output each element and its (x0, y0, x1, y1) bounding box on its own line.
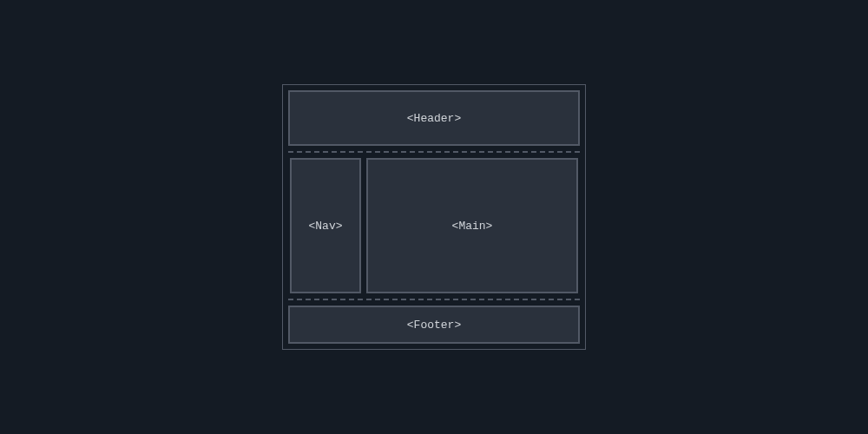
main-label: <Main> (452, 220, 493, 233)
middle-region: <Nav> <Main> (288, 151, 580, 300)
layout-diagram: <Header> <Nav> <Main> <Footer> (282, 84, 586, 350)
header-label: <Header> (407, 112, 461, 125)
nav-region: <Nav> (290, 158, 361, 293)
header-region: <Header> (288, 90, 580, 146)
main-region: <Main> (366, 158, 578, 293)
footer-region: <Footer> (288, 306, 580, 344)
nav-label: <Nav> (308, 220, 342, 233)
footer-label: <Footer> (407, 319, 461, 332)
